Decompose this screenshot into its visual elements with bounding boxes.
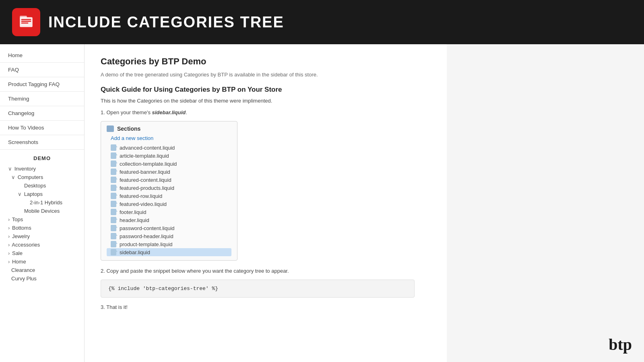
chevron-down-icon: ∨ xyxy=(18,191,22,197)
file-name: header.liquid xyxy=(120,217,149,223)
tree-tops[interactable]: › Tops xyxy=(0,215,84,224)
file-icon xyxy=(111,209,116,215)
step1-intro: This is how the Categories on the sideba… xyxy=(101,98,431,104)
file-name: featured-banner.liquid xyxy=(120,169,170,175)
sidebar-item-product-tagging-faq[interactable]: Product Tagging FAQ xyxy=(0,77,84,92)
chevron-down-icon: ∨ xyxy=(11,174,15,180)
sidebar: Home FAQ Product Tagging FAQ Theming Cha… xyxy=(0,44,85,362)
file-icon xyxy=(111,185,116,191)
file-icon xyxy=(111,152,116,159)
tree-home[interactable]: › Home xyxy=(0,257,84,266)
page-header-title: INCLUDE CATEGORIES TREE xyxy=(48,14,284,31)
chevron-right-icon: › xyxy=(8,259,10,265)
tree-clearance[interactable]: Clearance xyxy=(0,266,84,274)
tree-mobile[interactable]: Mobile Devices xyxy=(0,207,84,215)
file-item-7: featured-video.liquid xyxy=(107,200,231,208)
file-name: password-content.liquid xyxy=(120,225,175,231)
file-item-4: featured-content.liquid xyxy=(107,176,231,184)
file-name: footer.liquid xyxy=(120,209,147,215)
tree-sale[interactable]: › Sale xyxy=(0,249,84,257)
sections-label: Sections xyxy=(117,125,140,132)
tree-hybrids[interactable]: 2-in-1 Hybrids xyxy=(0,198,84,207)
file-item-11: password-header.liquid xyxy=(107,232,231,240)
layout: Home FAQ Product Tagging FAQ Theming Cha… xyxy=(0,44,644,362)
step2-text: 2. Copy and paste the snippet below wher… xyxy=(101,268,431,274)
tree-laptops[interactable]: ∨ Laptops xyxy=(0,190,84,198)
file-item-6: featured-row.liquid xyxy=(107,192,231,200)
header-icon xyxy=(12,8,40,36)
tree-curvy-plus[interactable]: Curvy Plus xyxy=(0,274,84,283)
chevron-right-icon: › xyxy=(8,250,10,256)
add-new-section-link[interactable]: Add a new section xyxy=(107,135,231,141)
file-icon xyxy=(111,169,116,175)
sidebar-item-faq[interactable]: FAQ xyxy=(0,63,84,77)
tree-desktops[interactable]: Desktops xyxy=(0,181,84,190)
file-icon xyxy=(111,193,116,199)
file-icon xyxy=(111,233,116,239)
file-name: featured-products.liquid xyxy=(120,185,174,191)
file-name: featured-video.liquid xyxy=(120,201,167,207)
file-name: featured-content.liquid xyxy=(120,177,171,183)
svg-rect-0 xyxy=(20,17,33,27)
chevron-right-icon: › xyxy=(8,242,10,248)
tree-inventory[interactable]: ∨ Inventory xyxy=(0,165,84,173)
file-icon xyxy=(111,249,116,255)
file-item-8: footer.liquid xyxy=(107,208,231,216)
sidebar-item-how-to-videos[interactable]: How To Videos xyxy=(0,121,84,135)
sidebar-item-theming[interactable]: Theming xyxy=(0,92,84,106)
chevron-right-icon: › xyxy=(8,225,10,231)
step3-text: 3. That is it! xyxy=(101,304,431,310)
btp-logo: btp xyxy=(609,335,632,354)
file-icon xyxy=(111,144,116,151)
file-item-0: advanced-content.liquid xyxy=(107,144,231,152)
file-name: password-header.liquid xyxy=(120,233,173,239)
step1-label: 1. Open your theme's sidebar.liquid. xyxy=(101,109,431,115)
page-subtitle: A demo of the tree generated using Categ… xyxy=(101,72,431,78)
step1-file: sidebar.liquid xyxy=(152,109,186,115)
file-icon xyxy=(111,160,116,167)
main-content: Categories by BTP Demo A demo of the tre… xyxy=(85,44,447,362)
tree-computers[interactable]: ∨ Computers xyxy=(0,173,84,181)
chevron-right-icon: › xyxy=(8,216,10,222)
sections-panel: Sections Add a new section advanced-cont… xyxy=(101,121,237,261)
file-name: sidebar.liquid xyxy=(120,249,150,255)
file-name: advanced-content.liquid xyxy=(120,145,175,151)
sidebar-item-screenshots[interactable]: Screenshots xyxy=(0,135,84,150)
svg-rect-2 xyxy=(21,21,31,22)
file-name: product-template.liquid xyxy=(120,241,173,247)
file-name: article-template.liquid xyxy=(120,153,169,159)
sidebar-item-home[interactable]: Home xyxy=(0,48,84,63)
code-block: {% include 'btp-categories-tree' %} xyxy=(101,280,415,298)
file-item-2: collection-template.liquid xyxy=(107,160,231,168)
file-icon xyxy=(111,225,116,231)
file-item-10: password-content.liquid xyxy=(107,224,231,232)
file-item-9: header.liquid xyxy=(107,216,231,224)
page-title: Categories by BTP Demo xyxy=(101,56,431,67)
svg-rect-3 xyxy=(21,23,29,24)
demo-section-label: DEMO xyxy=(0,150,84,165)
file-item-5: featured-products.liquid xyxy=(107,184,231,192)
file-item-12: product-template.liquid xyxy=(107,240,231,248)
tree-bottoms[interactable]: › Bottoms xyxy=(0,224,84,232)
file-icon xyxy=(111,217,116,223)
file-icon xyxy=(111,177,116,183)
tree-accessories[interactable]: › Accessories xyxy=(0,241,84,249)
file-item-13-highlighted[interactable]: sidebar.liquid xyxy=(107,248,231,256)
file-name: featured-row.liquid xyxy=(120,193,162,199)
tree-jewelry[interactable]: › Jewelry xyxy=(0,232,84,241)
chevron-down-icon: ∨ xyxy=(8,166,12,172)
right-spacer xyxy=(447,44,519,362)
svg-rect-1 xyxy=(21,19,31,20)
sidebar-item-changelog[interactable]: Changelog xyxy=(0,106,84,121)
file-name: collection-template.liquid xyxy=(120,161,177,167)
header: INCLUDE CATEGORIES TREE xyxy=(0,0,644,44)
file-icon xyxy=(111,241,116,247)
chevron-right-icon: › xyxy=(8,233,10,239)
quick-guide-heading: Quick Guide for Using Categories by BTP … xyxy=(101,86,431,94)
file-item-1: article-template.liquid xyxy=(107,152,231,160)
folder-icon xyxy=(107,125,114,132)
svg-rect-4 xyxy=(20,16,27,19)
sections-panel-header: Sections xyxy=(107,125,231,132)
file-icon xyxy=(111,201,116,207)
file-item-3: featured-banner.liquid xyxy=(107,168,231,176)
